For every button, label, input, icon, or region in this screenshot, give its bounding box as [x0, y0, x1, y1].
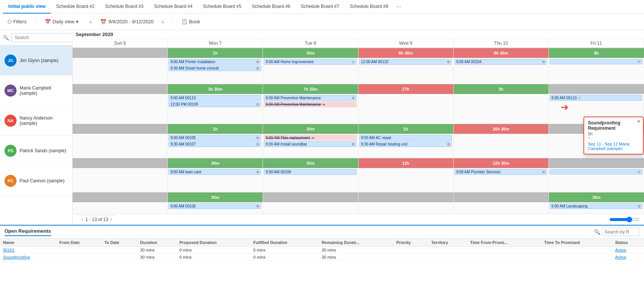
event-home-improvement[interactable]: 9:00 AM Home Improvement ⊙	[264, 59, 356, 65]
resource-item-patrick-sands[interactable]: PS Patrick Sands (sample)	[0, 136, 72, 166]
open-requirements-title: Open Requirements	[5, 228, 51, 236]
summary-thu10-ps: 12h 30m	[454, 158, 549, 168]
search-input[interactable]	[11, 33, 74, 42]
summary-tue8-mc: 7h 30m	[263, 84, 358, 94]
event-00108[interactable]: 9:00 AM 00108	[264, 169, 356, 175]
popover-close-button[interactable]: ✕	[637, 119, 641, 124]
close-icon-3[interactable]: ✕	[311, 136, 314, 140]
resource-item-paul-cannon[interactable]: PC Paul Cannon (sample)	[0, 166, 72, 196]
summary-mon7-mc: 3h 30m	[168, 84, 263, 94]
jim-events-wed9: 12:00 AM 00110 ⚙	[358, 58, 454, 84]
event-repair-heating[interactable]: 9:30 AM Repair heating unit ⚙	[359, 141, 452, 147]
book-label: Book	[189, 19, 200, 24]
tab-schedule-board-5[interactable]: Schedule Board #5	[198, 0, 247, 14]
event-time: 9:30 AM Smart home consult	[170, 66, 219, 70]
summary-wed9-ps: 12h	[358, 158, 454, 168]
more-tabs-button[interactable]: ···	[393, 3, 404, 10]
event-00107[interactable]: 9:30 AM 00107 ⚙	[169, 141, 261, 147]
row-territory	[428, 254, 467, 261]
event-time: 9:00 AM 00106	[170, 204, 196, 208]
tab-initial-public-view[interactable]: Initial public view	[3, 0, 51, 14]
chevron-down-icon: ▾	[76, 19, 79, 24]
prev-date-button[interactable]: ‹	[88, 17, 94, 26]
event-settings-icon: ⚙	[256, 205, 259, 208]
maria-campbell-summary-row: 3h 30m 7h 30m 27h 3h	[73, 84, 644, 94]
event-00110-mon[interactable]: 9:00 AM 00110	[169, 95, 261, 101]
event-fri11-nav[interactable]: ⊙	[550, 59, 642, 64]
summary-tue8-jim: 30m	[263, 48, 358, 58]
summary-fri11-jim: 8h	[549, 48, 644, 58]
event-install-soundbar[interactable]: 9:00 AM Install soundbar ⚙	[264, 141, 356, 147]
resource-item-jim-glynn[interactable]: JG Jim Glynn (sample)	[0, 45, 72, 76]
jim-events-tue8: 9:00 AM Home Improvement ⊙	[263, 58, 358, 84]
event-tiles-replacement[interactable]: 9:00 AM Tiles replacement ✕	[264, 135, 356, 141]
tab-schedule-board-7[interactable]: Schedule Board #7	[296, 0, 345, 14]
event-settings-icon: ⚙	[352, 142, 355, 146]
resource-item-nancy-anderson[interactable]: NA Nancy Anderson (sample)	[0, 106, 72, 136]
schedule-grid: 1h 30m 8h 30m 8h 30m 8h 9:00 AM Printer …	[73, 48, 644, 214]
tab-schedule-board-2[interactable]: Schedule Board #2	[51, 0, 100, 14]
tab-schedule-board-3[interactable]: Schedule Board #3	[100, 0, 149, 14]
event-ac-repair[interactable]: 9:00 AM AC repair	[359, 135, 452, 141]
day-header-fri11: Fri 11	[549, 39, 644, 48]
next-page-button[interactable]: ›	[111, 217, 112, 222]
zoom-slider[interactable]	[609, 217, 639, 223]
jim-events-thu10: 9:00 AM 00104 ⚙	[454, 58, 549, 84]
event-00106[interactable]: 9:00 AM 00106 ⚙	[169, 203, 261, 209]
resource-name-paul-cannon: Paul Cannon (sample)	[20, 178, 64, 183]
summary-tue8-ps: 30m	[263, 158, 358, 168]
table-row: Soundproofing 30 mins 0 mins 0 mins 30 m…	[0, 254, 644, 261]
mc-events-fri11: 9:00 AM 00110 ✕ ✕ Soundproofing Requirem…	[549, 94, 644, 124]
bottom-requirements-panel: Open Requirements 🔍 Name From Date To Da…	[0, 225, 644, 300]
jim-events-mon7: 9:00 AM Printer Installation ⚙ 9:30 AM S…	[168, 58, 263, 84]
close-icon-2[interactable]: ✕	[578, 96, 581, 100]
event-preventive-maintenance[interactable]: 9:00 AM Preventive Maintenance ⚙	[264, 95, 356, 101]
avatar-jim-glynn: JG	[5, 55, 17, 67]
event-00104[interactable]: 9:00 AM 00104 ⚙	[454, 59, 547, 65]
book-button[interactable]: 📋 Book	[178, 17, 203, 26]
event-printer-installation[interactable]: 9:00 AM Printer Installation ⚙	[169, 59, 261, 65]
tab-schedule-board-8[interactable]: Schedule Board #8	[345, 0, 393, 14]
avatar-maria-campbell: MC	[5, 85, 17, 97]
resource-item-maria-campbell[interactable]: MC Maria Campbell (sample)	[0, 76, 72, 106]
row-status[interactable]: Active	[612, 247, 644, 254]
jim-events-fri11: ⊙	[549, 58, 644, 84]
col-from-date: From Date	[56, 239, 101, 247]
close-icon[interactable]: ✕	[322, 103, 325, 106]
tab-schedule-board-4[interactable]: Schedule Board #4	[149, 0, 198, 14]
event-landscaping[interactable]: 9:00 AM Landscaping ⚙	[550, 203, 642, 209]
event-plumber-services[interactable]: 9:00 AM Plumber Services ⚙	[454, 169, 547, 175]
ps-events-tue8: 9:00 AM 00108	[263, 168, 358, 192]
summary-fri11-ps	[549, 158, 644, 168]
event-time: 9:00 AM Printer Installation	[170, 60, 216, 64]
mc-events-mon7: 9:00 AM 00110 12:00 PM 00109 ⚙	[168, 94, 263, 124]
event-00109[interactable]: 12:00 PM 00109 ⚙	[169, 102, 261, 107]
event-00105[interactable]: 9:00 AM 00105 ⚙	[169, 135, 261, 141]
row-name-soundproofing[interactable]: Soundproofing	[0, 254, 56, 261]
mc-events-sun6	[73, 94, 168, 124]
tab-schedule-board-6[interactable]: Schedule Board #6	[247, 0, 296, 14]
event-00110-fri-active[interactable]: 9:00 AM 00110 ✕	[550, 95, 642, 101]
filters-button[interactable]: ⬡ Filters	[5, 17, 29, 26]
row-name-00101[interactable]: 00101	[0, 247, 56, 254]
next-date-button[interactable]: ›	[160, 17, 166, 26]
pc-events-thu10	[454, 202, 549, 214]
row-territory	[428, 247, 467, 254]
row-time-from	[467, 247, 541, 254]
event-00110-wed[interactable]: 12:00 AM 00110 ⚙	[359, 59, 452, 65]
search-icon: 🔍	[3, 35, 9, 41]
row-status[interactable]: Active	[612, 254, 644, 261]
pc-events-fri11: 9:00 AM Landscaping ⚙	[549, 202, 644, 214]
event-time: 9:00 AM 00104	[456, 60, 481, 64]
table-row: 00101 30 mins 0 mins 0 mins 30 mins Acti…	[0, 247, 644, 254]
event-lawn-care[interactable]: 9:00 AM lawn care ⚙	[169, 169, 261, 175]
event-smart-home[interactable]: 9:30 AM Smart home consult ⚙	[169, 65, 261, 71]
event-time: 9:00 AM Preventive Maintenance	[266, 96, 321, 100]
event-fri11-2[interactable]: ⊙	[550, 169, 642, 174]
event-preventive-maintenance-2[interactable]: 9:00 AM Preventive Maintenance ✕	[264, 102, 356, 107]
bottom-search-input[interactable]	[602, 228, 639, 236]
date-range-display[interactable]: 📅 9/6/2020 - 9/12/2020	[100, 19, 154, 25]
prev-page-button[interactable]: ‹	[82, 217, 83, 222]
view-selector[interactable]: 📅 Daily view ▾	[42, 17, 82, 26]
day-header-tue8: Tue 8	[263, 39, 358, 48]
